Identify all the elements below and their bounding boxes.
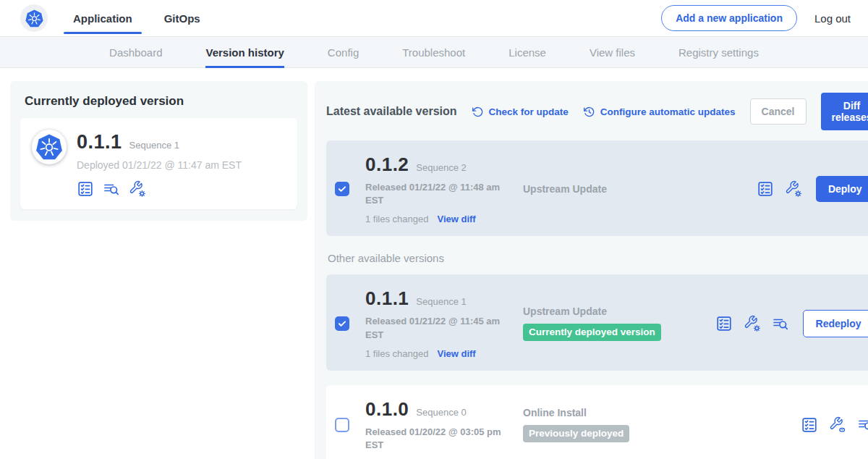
other-versions-label: Other available versions bbox=[328, 252, 868, 264]
version-number: 0.1.1 bbox=[365, 287, 409, 310]
tab-gitops[interactable]: GitOps bbox=[155, 0, 210, 36]
version-sequence: Sequence 0 bbox=[416, 407, 466, 418]
check-for-update-link[interactable]: Check for update bbox=[472, 106, 569, 118]
wrench-gear-icon[interactable] bbox=[785, 180, 802, 198]
available-header: Latest available version Check for updat… bbox=[326, 93, 868, 130]
version-checkbox[interactable] bbox=[335, 418, 349, 432]
version-released: Released 01/21/22 @ 11:45 am EST bbox=[365, 315, 510, 341]
subnav-item-version-history[interactable]: Version history bbox=[205, 37, 284, 67]
cancel-button[interactable]: Cancel bbox=[750, 98, 807, 125]
subnav-item-view-files[interactable]: View files bbox=[590, 37, 635, 67]
available-panel-title: Latest available version bbox=[326, 105, 457, 118]
version-row: 0.1.1 Sequence 1 Released 01/21/22 @ 11:… bbox=[326, 274, 868, 370]
version-released: Released 01/21/22 @ 11:48 am EST bbox=[365, 181, 510, 207]
subnav-item-license[interactable]: License bbox=[509, 37, 546, 67]
logs-icon[interactable] bbox=[103, 180, 120, 198]
wrench-gear-icon[interactable] bbox=[129, 180, 146, 198]
deployed-timestamp: Deployed 01/21/22 @ 11:47 am EST bbox=[77, 159, 242, 171]
version-sequence: Sequence 2 bbox=[416, 162, 466, 173]
configure-automatic-updates-link[interactable]: Configure automatic updates bbox=[583, 106, 736, 118]
version-action-button[interactable]: Redeploy bbox=[803, 310, 868, 337]
version-number: 0.1.0 bbox=[365, 398, 409, 421]
deployed-version-sequence: Sequence 1 bbox=[129, 140, 179, 151]
top-tabs: Application GitOps bbox=[64, 0, 210, 36]
subnav-item-config[interactable]: Config bbox=[328, 37, 359, 67]
latest-version-rows: 0.1.2 Sequence 2 Released 01/21/22 @ 11:… bbox=[326, 140, 868, 236]
files-changed: 1 files changed bbox=[365, 214, 428, 224]
add-application-button[interactable]: Add a new application bbox=[661, 5, 797, 31]
subnav-item-dashboard[interactable]: Dashboard bbox=[109, 37, 162, 67]
tab-application[interactable]: Application bbox=[64, 0, 142, 36]
kubernetes-app-icon bbox=[32, 130, 67, 164]
configure-updates-label: Configure automatic updates bbox=[600, 106, 736, 117]
clock-refresh-icon bbox=[583, 106, 595, 118]
version-source: Upstream Update bbox=[523, 183, 748, 195]
status-badge: Currently deployed version bbox=[523, 324, 661, 341]
wrench-gear-icon[interactable] bbox=[744, 315, 761, 332]
top-bar: Application GitOps Add a new application… bbox=[0, 0, 868, 36]
version-released: Released 01/20/22 @ 03:05 pm EST bbox=[365, 426, 510, 452]
view-diff-link[interactable]: View diff bbox=[437, 348, 475, 359]
row-gap bbox=[326, 371, 868, 385]
version-action-button[interactable]: Deploy bbox=[816, 176, 868, 202]
kubernetes-logo-icon[interactable] bbox=[20, 4, 48, 32]
other-version-rows: 0.1.1 Sequence 1 Released 01/21/22 @ 11:… bbox=[326, 274, 868, 459]
version-source: Upstream Update bbox=[523, 306, 707, 317]
checklist-icon[interactable] bbox=[801, 416, 818, 434]
status-badge: Previously deployed bbox=[523, 425, 629, 442]
deployed-version-card: 0.1.1 Sequence 1 Deployed 01/21/22 @ 11:… bbox=[20, 118, 297, 209]
check-for-update-label: Check for update bbox=[489, 106, 569, 117]
deployed-version-number: 0.1.1 bbox=[77, 131, 122, 153]
subnav-item-troubleshoot[interactable]: Troubleshoot bbox=[402, 37, 465, 67]
version-row: 0.1.0 Sequence 0 Released 01/20/22 @ 03:… bbox=[326, 385, 868, 459]
version-sequence: Sequence 1 bbox=[416, 296, 466, 307]
refresh-icon bbox=[472, 106, 484, 118]
version-source: Online Install bbox=[523, 407, 792, 418]
version-checkbox[interactable] bbox=[335, 316, 349, 331]
checklist-icon[interactable] bbox=[77, 180, 94, 198]
top-bar-right: Add a new application Log out bbox=[661, 5, 851, 31]
deployed-panel-title: Currently deployed version bbox=[25, 94, 297, 109]
diff-releases-button[interactable]: Diff releases bbox=[821, 93, 868, 130]
available-versions-panel: Latest available version Check for updat… bbox=[315, 81, 868, 459]
files-changed: 1 files changed bbox=[365, 348, 428, 359]
version-checkbox[interactable] bbox=[335, 182, 349, 196]
currently-deployed-panel: Currently deployed version 0.1.1 Sequenc… bbox=[10, 81, 307, 221]
app-subnav: Dashboard Version history Config Trouble… bbox=[0, 36, 868, 68]
view-diff-link[interactable]: View diff bbox=[437, 214, 475, 224]
logs-icon[interactable] bbox=[857, 416, 868, 434]
subnav-item-registry-settings[interactable]: Registry settings bbox=[678, 37, 759, 67]
wrench-eye-icon[interactable] bbox=[829, 416, 846, 434]
checklist-icon[interactable] bbox=[715, 315, 733, 332]
main-content: Currently deployed version 0.1.1 Sequenc… bbox=[0, 68, 868, 459]
version-row: 0.1.2 Sequence 2 Released 01/21/22 @ 11:… bbox=[326, 140, 868, 236]
version-number: 0.1.2 bbox=[365, 153, 409, 176]
logs-icon[interactable] bbox=[772, 315, 789, 332]
checklist-icon[interactable] bbox=[757, 180, 774, 198]
logout-link[interactable]: Log out bbox=[814, 12, 851, 25]
